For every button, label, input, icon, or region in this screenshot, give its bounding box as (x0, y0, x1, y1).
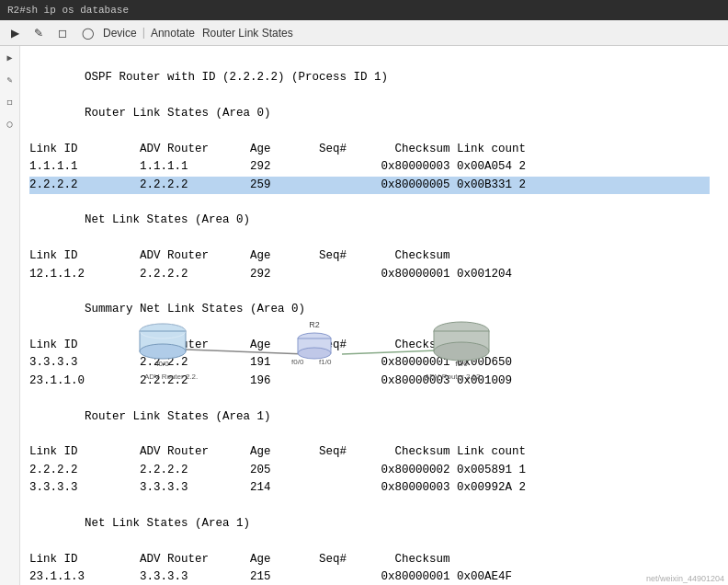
main-content: f0/0 R2 f0/0 f1/0 f0/0 (20, 46, 728, 585)
sidebar-icon-3[interactable]: ◻ (2, 94, 18, 110)
circle-button[interactable]: ◯ (76, 25, 99, 41)
sidebar-icon-2[interactable]: ✎ (2, 72, 18, 88)
edit-button[interactable]: ✎ (28, 25, 49, 41)
watermark: net/weixin_44901204 (646, 574, 724, 583)
toolbar-router-link: Router Link States (202, 27, 293, 40)
terminal-text: OSPF Router with ID (2.2.2.2) (Process I… (20, 46, 728, 585)
toolbar-device[interactable]: Device (103, 27, 137, 40)
shapes-button[interactable]: ◻ (52, 25, 73, 41)
sidebar-icon-4[interactable]: ◯ (2, 116, 18, 132)
top-bar-command: R2#sh ip os database (7, 5, 129, 16)
top-bar: R2#sh ip os database (0, 0, 728, 20)
ospf-header: OSPF Router with ID (2.2.2.2) (Process I… (29, 71, 710, 585)
toolbar: ▶ ✎ ◻ ◯ Device | Annotate Router Link St… (0, 20, 728, 46)
play-button[interactable]: ▶ (6, 25, 25, 41)
sidebar-icon-1[interactable]: ▶ (2, 50, 18, 66)
toolbar-annotate[interactable]: Annotate (151, 27, 195, 40)
left-sidebar: ▶ ✎ ◻ ◯ (0, 46, 20, 585)
